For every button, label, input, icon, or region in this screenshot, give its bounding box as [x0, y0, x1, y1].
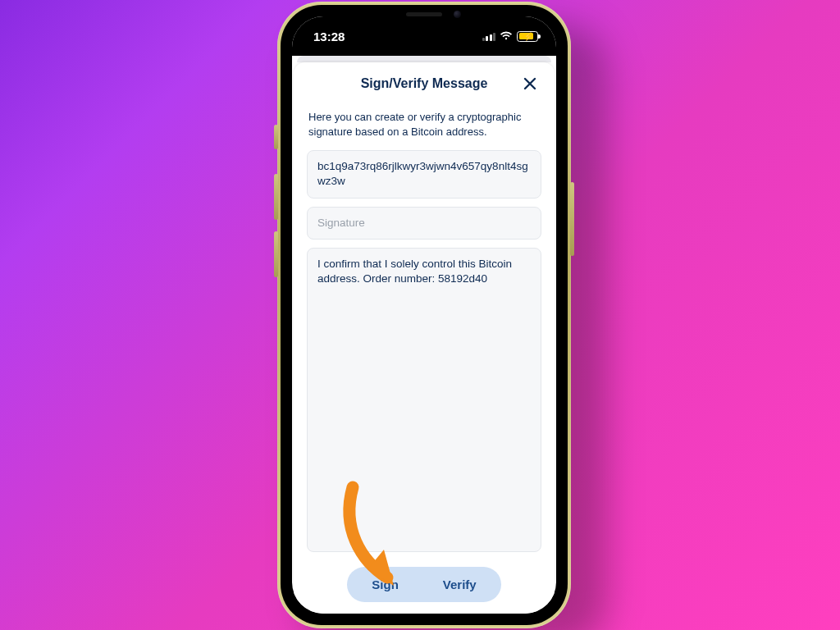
phone-volume-up [274, 174, 278, 220]
status-time: 13:28 [313, 30, 345, 43]
intro-text: Here you can create or verify a cryptogr… [308, 110, 540, 139]
sheet-title: Sign/Verify Message [361, 76, 488, 91]
sign-verify-segmented: Sign Verify [347, 567, 500, 602]
phone-power-button [570, 182, 574, 256]
phone-mockup: 13:28 ⚡ Sign/Verify Message [277, 2, 571, 628]
sheet-header: Sign/Verify Message [307, 66, 541, 102]
sheet-backdrop [297, 56, 551, 62]
signature-input[interactable]: Signature [307, 207, 541, 240]
message-textarea[interactable]: I confirm that I solely control this Bit… [307, 248, 541, 552]
verify-button[interactable]: Verify [422, 570, 498, 599]
phone-screen: 13:28 ⚡ Sign/Verify Message [292, 16, 556, 614]
action-row: Sign Verify [307, 567, 541, 602]
sign-button[interactable]: Sign [350, 570, 420, 599]
close-icon [523, 77, 536, 90]
sign-verify-sheet: Sign/Verify Message Here you can create … [294, 62, 555, 614]
cellular-signal-icon [482, 32, 496, 41]
close-button[interactable] [518, 72, 541, 95]
phone-bezel: 13:28 ⚡ Sign/Verify Message [281, 5, 568, 625]
phone-volume-down [274, 231, 278, 277]
wifi-icon [500, 31, 513, 41]
status-right: ⚡ [482, 31, 539, 42]
phone-notch [359, 5, 489, 28]
address-input[interactable]: bc1q9a73rq86rjlkwyr3wjwn4v657qy8nlt4sgwz… [307, 150, 541, 198]
battery-charging-icon: ⚡ [517, 31, 538, 42]
phone-mute-switch [274, 125, 278, 149]
